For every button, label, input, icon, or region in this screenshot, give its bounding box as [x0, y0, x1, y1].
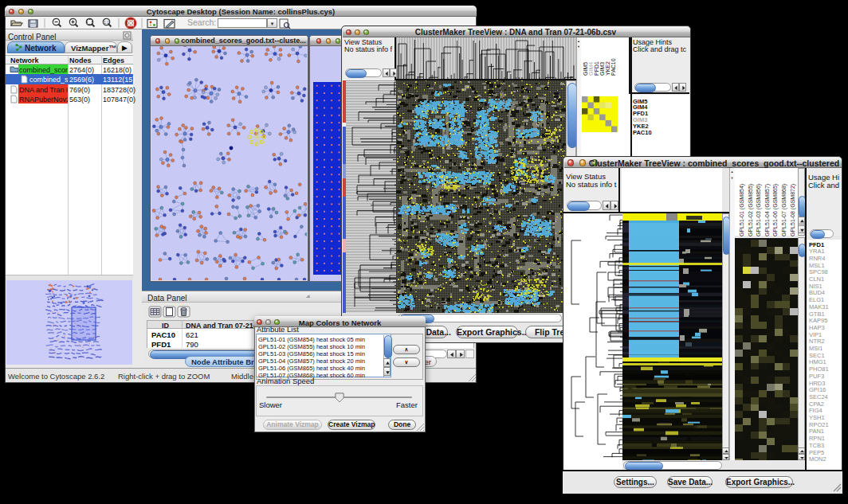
- svg-text:1:1: 1:1: [104, 20, 109, 25]
- svg-text:Search:: Search:: [187, 18, 216, 27]
